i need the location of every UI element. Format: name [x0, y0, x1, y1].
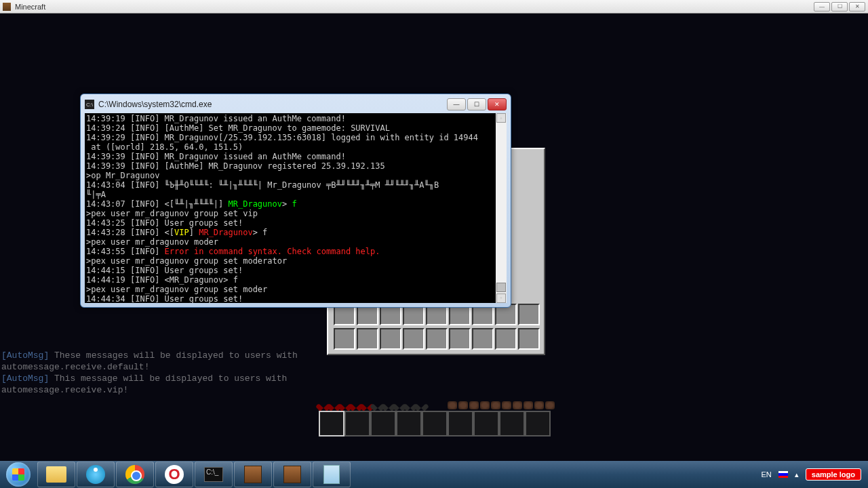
- taskbar-notepad[interactable]: [313, 462, 351, 487]
- taskbar-chrome[interactable]: [116, 462, 154, 487]
- cmd-title: C:\Windows\system32\cmd.exe: [98, 100, 447, 109]
- hotbar-slot[interactable]: [422, 411, 448, 436]
- start-button[interactable]: [0, 461, 37, 488]
- mc-close-button[interactable]: ✕: [849, 2, 865, 12]
- minecraft-icon: [3, 3, 11, 11]
- inventory-slot[interactable]: [357, 328, 378, 350]
- hunger-icon: [545, 401, 555, 409]
- inventory-slot[interactable]: [449, 328, 471, 350]
- tray-chevron-icon[interactable]: ▴: [795, 470, 799, 479]
- cmd-line: 14:43:07 [INFO] <[╙╨|╖╨╙╨╙|] MR_Dragunov…: [86, 199, 505, 209]
- minecraft-viewport[interactable]: C:\ C:\Windows\system32\cmd.exe — ☐ ✕ 14…: [0, 14, 868, 461]
- taskbar-minecraft-2[interactable]: [273, 462, 311, 487]
- hotbar[interactable]: [319, 411, 551, 436]
- daemon-icon: [86, 465, 105, 484]
- hunger-icon: [502, 401, 511, 409]
- health-bar: [319, 401, 426, 409]
- chrome-icon: [125, 465, 144, 484]
- cmd-line: 14:39:24 [INFO] [AuthMe] Set MR_Dragunov…: [86, 123, 505, 133]
- hunger-bar: [448, 401, 555, 409]
- cmd-scrollbar[interactable]: ▴ ▾: [496, 113, 507, 303]
- hotbar-slot[interactable]: [370, 411, 396, 436]
- cmd-line: ╙|╤A: [86, 190, 505, 199]
- cmd-window[interactable]: C:\ C:\Windows\system32\cmd.exe — ☐ ✕ 14…: [80, 94, 511, 308]
- cmd-line: 14:39:39 [INFO] [AuthMe] MR_Dragunov reg…: [86, 161, 505, 171]
- cmd-line: 14:43:25 [INFO] User groups set!: [86, 218, 505, 228]
- hotbar-slot[interactable]: [448, 411, 473, 436]
- flag-icon[interactable]: [778, 471, 788, 478]
- cmd-icon: C:\: [85, 100, 94, 109]
- windows-icon: [6, 462, 31, 487]
- scroll-down-button[interactable]: ▾: [496, 293, 506, 303]
- scroll-thumb[interactable]: [496, 283, 506, 292]
- cmd-line: >pex user mr_dragunov moder: [86, 237, 505, 247]
- hunger-icon: [534, 401, 544, 409]
- hunger-icon: [513, 401, 522, 409]
- inventory-slot[interactable]: [518, 328, 540, 350]
- inventory-slot[interactable]: [472, 328, 494, 350]
- inventory-slot[interactable]: [380, 328, 401, 350]
- mc-minimize-button[interactable]: —: [814, 2, 830, 12]
- taskbar-explorer[interactable]: [37, 462, 75, 487]
- minecraft-title: Minecraft: [15, 3, 814, 11]
- hotbar-slot[interactable]: [319, 411, 344, 436]
- cmd-line: 14:43:55 [INFO] Error in command syntax.…: [86, 247, 505, 256]
- inventory-slot[interactable]: [495, 328, 517, 350]
- hotbar-slot[interactable]: [396, 411, 422, 436]
- heart-icon: [416, 401, 426, 409]
- cmd-output[interactable]: 14:39:19 [INFO] MR_Dragunov issued an Au…: [85, 113, 507, 303]
- hunger-icon: [469, 401, 479, 409]
- taskbar-daemon[interactable]: [77, 462, 115, 487]
- hunger-icon: [458, 401, 468, 409]
- cmd-maximize-button[interactable]: ☐: [467, 98, 486, 110]
- minecraft-titlebar[interactable]: Minecraft — ☐ ✕: [0, 0, 868, 14]
- hunger-icon: [524, 401, 533, 409]
- hunger-icon: [448, 401, 457, 409]
- cmd-line: >op Mr_Dragunov: [86, 171, 505, 180]
- cmd-line: >pex user mr_dragunov group set moderato…: [86, 256, 505, 266]
- mc-maximize-button[interactable]: ☐: [831, 2, 848, 12]
- minecraft-window: Minecraft — ☐ ✕ C:\ C:\Windows\system32\…: [0, 0, 868, 488]
- cmd-line: >pex user mr_dragunov group set moder: [86, 285, 505, 294]
- crafting-icon: [283, 466, 301, 483]
- notepad-icon: [323, 465, 340, 484]
- inventory-slot[interactable]: [426, 328, 448, 350]
- hunger-icon: [480, 401, 490, 409]
- cmd-minimize-button[interactable]: —: [447, 98, 466, 110]
- chat-line: automessage.receive.vip!: [1, 384, 298, 396]
- cmd-line: at ([world] 218.5, 64.0, 151.5): [86, 142, 505, 152]
- cmd-close-button[interactable]: ✕: [488, 98, 507, 110]
- cmd-line: 14:44:19 [INFO] <MR_Dragunov> f: [86, 275, 505, 285]
- taskbar-cmd[interactable]: C:\_: [195, 462, 233, 487]
- cmd-line: 14:39:39 [INFO] MR_Dragunov issued an Au…: [86, 152, 505, 161]
- cmd-line: 14:44:15 [INFO] User groups set!: [86, 266, 505, 275]
- hotbar-slot[interactable]: [499, 411, 525, 436]
- hotbar-slot[interactable]: [344, 411, 370, 436]
- hunger-icon: [491, 401, 500, 409]
- folder-icon: [46, 466, 66, 483]
- cmd-line: 14:43:04 [INFO] ╙Ъ╫╨О╙╙╨╙: ╙╨|╖╨╙╨╙| Mr_…: [86, 180, 505, 190]
- system-tray[interactable]: EN ▴ sample logo: [755, 461, 868, 488]
- crafting-icon: [244, 466, 262, 483]
- cmd-line: 14:39:19 [INFO] MR_Dragunov issued an Au…: [86, 114, 505, 123]
- inventory-slot[interactable]: [403, 328, 425, 350]
- sample-logo-badge: sample logo: [806, 468, 861, 481]
- scroll-up-button[interactable]: ▴: [496, 113, 506, 123]
- taskbar-minecraft[interactable]: [234, 462, 272, 487]
- taskbar[interactable]: O C:\_ EN ▴ sample logo: [0, 461, 868, 488]
- cmd-icon: C:\_: [204, 467, 223, 482]
- inventory-hotbar-row: [334, 328, 540, 350]
- cmd-line: >pex user mr_dragunov group set vip: [86, 209, 505, 218]
- chat-log: [AutoMsg] These messages will be display…: [1, 350, 298, 396]
- language-indicator[interactable]: EN: [762, 470, 772, 479]
- taskbar-opera[interactable]: O: [155, 462, 193, 487]
- inventory-slot[interactable]: [334, 328, 355, 350]
- chat-line: [AutoMsg] This message will be displayed…: [1, 373, 298, 384]
- cmd-line: 14:43:28 [INFO] <[VIP] MR_Dragunov> f: [86, 228, 505, 237]
- inventory-slot[interactable]: [518, 304, 540, 325]
- hotbar-slot[interactable]: [473, 411, 499, 436]
- chat-line: [AutoMsg] These messages will be display…: [1, 350, 298, 361]
- chat-line: automessage.receive.default!: [1, 361, 298, 373]
- cmd-titlebar[interactable]: C:\ C:\Windows\system32\cmd.exe — ☐ ✕: [85, 98, 507, 110]
- hotbar-slot[interactable]: [525, 411, 551, 436]
